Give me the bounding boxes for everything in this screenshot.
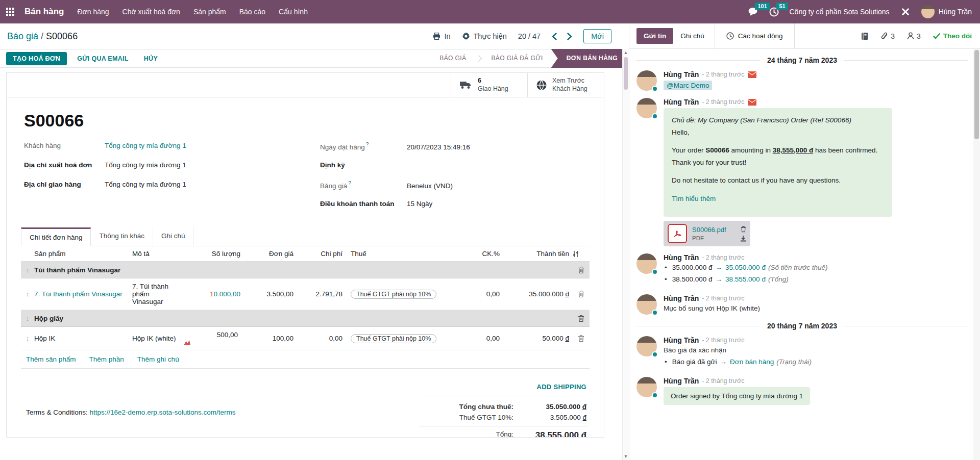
form-scrollbar[interactable]: ▲ ▼	[622, 49, 629, 460]
drag-handle-icon[interactable]: ↕	[21, 266, 34, 274]
nav-menu-reporting[interactable]: Báo cáo	[239, 8, 265, 16]
drag-handle-icon[interactable]: ↕	[21, 315, 34, 322]
add-shipping-button[interactable]: ADD SHIPPING	[419, 380, 587, 396]
learn-more-link[interactable]: Tìm hiểu thêm	[672, 195, 716, 202]
user-menu[interactable]: Hùng Trần	[921, 5, 972, 18]
avatar[interactable]	[636, 253, 657, 274]
col-qty[interactable]: Số lượng	[183, 250, 243, 258]
col-cost[interactable]: Chi phí	[297, 250, 346, 258]
message-author[interactable]: Hùng Trần	[664, 294, 699, 302]
message-author[interactable]: Hùng Trần	[664, 336, 699, 344]
col-discount[interactable]: CK.%	[462, 250, 503, 258]
new-button[interactable]: Mới	[583, 29, 611, 43]
forecast-warning-icon[interactable]	[183, 340, 240, 346]
print-button[interactable]: In	[433, 32, 450, 40]
scrollbar-thumb[interactable]	[974, 50, 979, 139]
nav-menu-config[interactable]: Cấu hình	[279, 8, 308, 16]
tax-badge[interactable]: Thuế GTGT phải nộp 10%	[351, 290, 436, 299]
pricelist-value[interactable]: Benelux (VND)	[407, 182, 453, 190]
line-discount[interactable]: 0,00	[462, 335, 503, 342]
download-icon[interactable]	[740, 236, 746, 242]
add-section-link[interactable]: Thêm phần	[89, 355, 124, 363]
send-by-email-button[interactable]: GỬI QUA EMAIL	[72, 52, 134, 65]
tax-badge[interactable]: Thuế GTGT phải nộp 10%	[351, 334, 436, 343]
drag-handle-icon[interactable]: ↕	[21, 335, 34, 342]
order-line-row[interactable]: ↕ 7. Túi thành phẩm Vinasugar 7. Túi thà…	[21, 278, 590, 310]
log-book-icon[interactable]	[861, 32, 869, 40]
add-note-link[interactable]: Thêm ghi chú	[137, 355, 179, 363]
order-date-value[interactable]: 20/07/2023 15:49:16	[407, 143, 470, 151]
company-switcher[interactable]: Công ty cổ phần Sota Solutions	[789, 8, 889, 16]
line-qty[interactable]: 10.000,00	[183, 290, 243, 298]
col-description[interactable]: Mô tả	[132, 250, 183, 258]
stage-sales-order[interactable]: ĐƠN BÁN HÀNG	[551, 49, 629, 68]
chatter-scrollbar[interactable]	[973, 49, 980, 460]
tab-notes[interactable]: Ghi chú	[153, 227, 194, 246]
line-discount[interactable]: 0,00	[462, 290, 503, 298]
attachment-name[interactable]: S00066.pdf	[692, 226, 735, 234]
line-cost[interactable]: 0,00	[297, 335, 346, 342]
pager-previous-icon[interactable]	[552, 33, 557, 40]
tab-order-lines[interactable]: Chi tiết đơn hàng	[21, 227, 91, 246]
line-unit-price[interactable]: 3.500,00	[243, 290, 297, 298]
action-menu-button[interactable]: Thực hiện	[462, 32, 507, 40]
line-description[interactable]: Hộp IK (white)	[132, 335, 183, 342]
section-name[interactable]: Túi thành phẩm Vinasugar	[34, 266, 572, 274]
attachments-button[interactable]: 3	[881, 32, 895, 40]
messages-button[interactable]: 101	[748, 7, 759, 16]
app-name[interactable]: Bán hàng	[24, 7, 64, 17]
delete-attachment-icon[interactable]	[741, 226, 746, 233]
delete-row-icon[interactable]	[572, 335, 590, 342]
avatar[interactable]	[636, 377, 657, 397]
col-product[interactable]: Sản phẩm	[34, 250, 132, 258]
activities-button[interactable]: 51	[769, 7, 779, 17]
customer-value[interactable]: Tổng công ty mía đường 1	[105, 142, 186, 149]
section-row[interactable]: ↕ Hộp giấy	[21, 310, 590, 327]
message-author[interactable]: Hùng Trần	[664, 70, 699, 79]
delete-row-icon[interactable]	[572, 315, 590, 322]
avatar[interactable]	[636, 336, 657, 356]
activities-menu-button[interactable]: Các hoạt động	[715, 23, 795, 48]
optional-columns-icon[interactable]	[572, 250, 590, 258]
nav-menu-orders[interactable]: Đơn hàng	[77, 8, 109, 16]
message-author[interactable]: Hùng Trần	[664, 98, 699, 106]
nav-menu-to-invoice[interactable]: Chờ xuất hoá đơn	[122, 8, 180, 16]
cancel-button[interactable]: HỦY	[139, 52, 163, 65]
col-price[interactable]: Đơn giá	[243, 250, 297, 258]
scroll-up-icon[interactable]: ▲	[623, 49, 629, 56]
pager-next-icon[interactable]	[567, 33, 572, 40]
send-message-button[interactable]: Gửi tin	[636, 28, 673, 44]
tab-other-info[interactable]: Thông tin khác	[91, 227, 153, 246]
line-product[interactable]: Hộp IK	[34, 335, 132, 342]
customer-preview-smart-button[interactable]: Xem TrướcKhách Hàng	[527, 73, 604, 97]
line-cost[interactable]: 2.791,78	[297, 290, 346, 298]
delivery-address-value[interactable]: Tổng công ty mía đường 1	[105, 181, 186, 188]
avatar[interactable]	[636, 294, 657, 315]
scrollbar-thumb[interactable]	[624, 57, 628, 90]
tools-icon[interactable]	[900, 6, 911, 17]
stage-quotation-sent[interactable]: BÁO GIÁ ĐÃ GỬI	[483, 49, 551, 68]
attachment-card[interactable]: S00066.pdf PDF	[664, 221, 750, 246]
apps-grid-icon[interactable]	[6, 8, 14, 16]
create-invoice-button[interactable]: TẠO HOÁ ĐƠN	[6, 52, 67, 65]
add-product-link[interactable]: Thêm sản phẩm	[26, 355, 76, 363]
col-tax[interactable]: Thuế	[346, 250, 462, 258]
delete-row-icon[interactable]	[572, 266, 590, 274]
invoice-address-value[interactable]: Tổng công ty mía đường 1	[105, 161, 186, 169]
following-button[interactable]: Theo dõi	[933, 32, 972, 40]
line-product[interactable]: 7. Túi thành phẩm Vinasugar	[34, 290, 132, 298]
section-name[interactable]: Hộp giấy	[34, 315, 572, 322]
terms-link[interactable]: https://16e2-demo.erp.sota-solutions.com…	[90, 408, 236, 416]
line-description[interactable]: 7. Túi thành phẩmVinasugar	[132, 283, 183, 305]
followers-button[interactable]: 3	[907, 32, 921, 40]
col-subtotal[interactable]: Thành tiền	[503, 250, 572, 258]
line-qty[interactable]: 500,00	[183, 331, 243, 346]
drag-handle-icon[interactable]: ↕	[21, 290, 34, 298]
message-author[interactable]: Hùng Trần	[664, 253, 699, 262]
nav-menu-products[interactable]: Sản phẩm	[193, 8, 226, 16]
message-author[interactable]: Hùng Trần	[664, 377, 699, 385]
delete-row-icon[interactable]	[572, 290, 590, 298]
mention-chip[interactable]: @Marc Demo	[664, 81, 712, 90]
payment-terms-value[interactable]: 15 Ngày	[407, 200, 432, 208]
scroll-down-icon[interactable]: ▼	[623, 453, 629, 460]
